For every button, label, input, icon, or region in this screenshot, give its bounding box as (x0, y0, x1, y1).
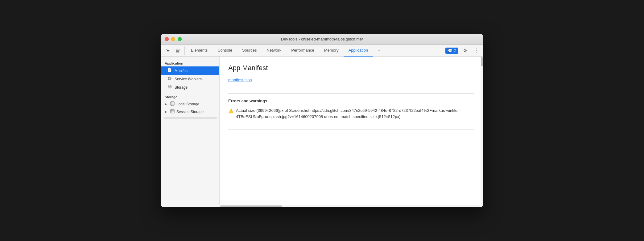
svg-point-13 (168, 85, 171, 87)
tab-list: Elements Console Sources Network Perform… (186, 45, 443, 57)
traffic-lights (165, 37, 182, 41)
tab-network[interactable]: Network (262, 45, 287, 57)
manifest-icon (167, 68, 172, 73)
storage-icon (167, 85, 172, 90)
minimize-button[interactable] (171, 37, 175, 41)
toolbar: Elements Console Sources Network Perform… (161, 45, 483, 57)
session-storage-grid-icon (170, 109, 175, 114)
manifest-link[interactable]: manifest.json (228, 78, 252, 82)
devtools-window: DevTools - chiseled-mammoth-talos.glitch… (161, 34, 483, 207)
ellipsis-icon: ⋮ (474, 48, 479, 53)
chat-icon: 💬 (448, 49, 452, 53)
storage-section-label: Storage (161, 91, 219, 100)
local-storage-label: Local Storage (176, 102, 199, 106)
warning-row: ⚠️ Actual size (3999×2666)px of Screensh… (228, 108, 474, 120)
layers-icon[interactable] (173, 46, 182, 55)
window-title: DevTools - chiseled-mammoth-talos.glitch… (281, 37, 363, 41)
toolbar-icon-group (163, 46, 185, 55)
tab-application[interactable]: Application (344, 45, 373, 57)
divider-1 (228, 93, 474, 94)
svg-rect-1 (176, 50, 179, 51)
scroll-thumb (481, 57, 483, 66)
main-panel: App Manifest manifest.json Errors and wa… (220, 57, 483, 205)
cursor-icon[interactable] (163, 46, 172, 55)
sidebar-item-service-workers[interactable]: Service Workers (161, 75, 219, 83)
sidebar-manifest-label: Manifest (175, 69, 188, 73)
sidebar-item-local-storage[interactable]: ▶ Local Storage (161, 100, 219, 108)
tab-sources[interactable]: Sources (237, 45, 262, 57)
tab-memory[interactable]: Memory (319, 45, 344, 57)
sidebar-service-workers-label: Service Workers (175, 77, 202, 81)
sidebar-item-manifest[interactable]: Manifest (161, 66, 219, 75)
warning-text: Actual size (3999×2666)px of Screenshot … (236, 108, 474, 120)
sidebar-item-storage[interactable]: Storage (161, 83, 219, 91)
close-button[interactable] (165, 37, 169, 41)
divider-2 (228, 129, 474, 130)
tab-performance[interactable]: Performance (286, 45, 319, 57)
local-storage-expand-arrow: ▶ (165, 102, 168, 106)
maximize-button[interactable] (178, 37, 182, 41)
main-area: App Manifest manifest.json Errors and wa… (220, 57, 483, 205)
svg-rect-0 (176, 49, 179, 50)
local-storage-grid-icon (170, 101, 175, 107)
more-options-button[interactable]: ⋮ (472, 46, 481, 55)
sidebar: Application Manifest (161, 57, 220, 205)
sidebar-scrollbar[interactable] (163, 117, 217, 119)
messages-badge-button[interactable]: 💬 2 (445, 48, 458, 54)
gear-icon: ⚙ (463, 48, 467, 53)
service-workers-icon (167, 76, 172, 82)
titlebar: DevTools - chiseled-mammoth-talos.glitch… (161, 34, 483, 45)
warning-icon: ⚠️ (228, 108, 233, 114)
session-storage-expand-arrow: ▶ (165, 110, 168, 113)
svg-point-8 (169, 78, 170, 79)
bottom-scrollbar[interactable] (161, 205, 483, 207)
panel-title: App Manifest (228, 64, 474, 72)
app-section-label: Application (161, 59, 219, 66)
sidebar-storage-label: Storage (175, 85, 188, 90)
errors-section-title: Errors and warnings (228, 99, 474, 103)
tab-elements[interactable]: Elements (186, 45, 213, 57)
svg-rect-2 (176, 52, 179, 52)
settings-button[interactable]: ⚙ (461, 46, 469, 55)
vertical-scrollbar[interactable] (481, 57, 483, 205)
sidebar-item-session-storage[interactable]: ▶ Session Storage (161, 108, 219, 116)
bottom-scroll-thumb (220, 205, 282, 207)
toolbar-right: 💬 2 ⚙ ⋮ (445, 46, 481, 55)
tab-console[interactable]: Console (213, 45, 237, 57)
tab-more[interactable]: » (373, 45, 385, 57)
devtools-body: Application Manifest (161, 57, 483, 205)
svg-rect-18 (171, 109, 174, 113)
session-storage-label: Session Storage (176, 110, 204, 114)
svg-rect-14 (171, 102, 174, 105)
